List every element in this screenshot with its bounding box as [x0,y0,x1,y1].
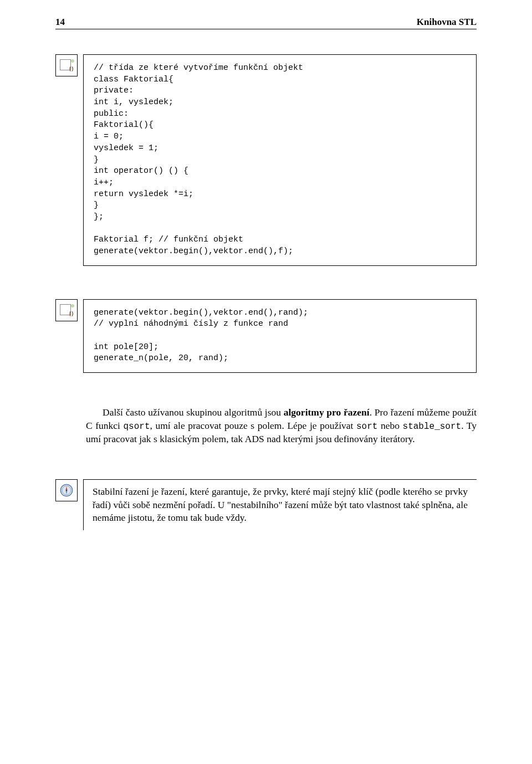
text-fragment: nebo [377,420,402,431]
page-number: 14 [55,17,65,28]
compass-icon [55,479,78,501]
text-fragment: , umí ale pracovat pouze s polem. Lépe j… [150,420,356,431]
code-example-icon: {} [55,299,78,321]
code-block: // třída ze které vytvoříme funkční obje… [83,54,477,266]
code-block: generate(vektor.begin(),vektor.end(),ran… [83,299,477,373]
code-inline: sort [356,422,377,432]
text-fragment: Další často užívanou skupinou algoritmů … [103,407,284,418]
note-body: Stabilní řazení je řazení, které garantu… [83,479,477,530]
code-example-1: {} // třída ze které vytvoříme funkční o… [55,54,477,266]
code-inline: qsort [124,422,150,432]
code-inline: stable_sort [403,422,462,432]
document-page: 14 Knihovna STL {} // třída ze které vyt… [0,0,532,586]
body-paragraph-sorting: Další často užívanou skupinou algoritmů … [55,406,477,446]
page-header: 14 Knihovna STL [55,17,477,29]
code-example-icon: {} [55,54,78,76]
bold-term: algoritmy pro řazení [284,407,370,418]
svg-point-4 [66,490,67,491]
code-example-2: {} generate(vektor.begin(),vektor.end(),… [55,299,477,373]
note-section: Stabilní řazení je řazení, které garantu… [55,479,477,530]
chapter-title: Knihovna STL [417,17,477,28]
